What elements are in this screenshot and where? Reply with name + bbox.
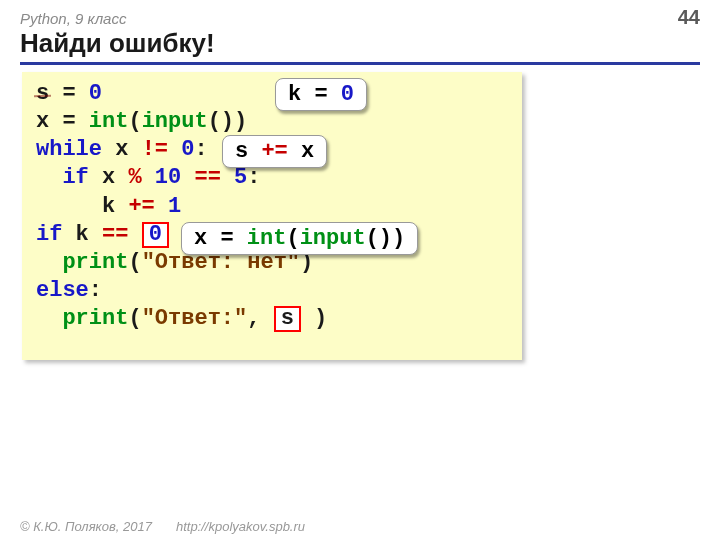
highlight-zero: 0 <box>142 222 169 248</box>
code-block: s = 0 x = int(input()) while x != 0: if … <box>22 72 522 360</box>
slide: Python, 9 класс 44 Найди ошибку! s = 0 x… <box>0 0 720 540</box>
code-line-5: k += 1 <box>36 193 508 221</box>
copyright: © К.Ю. Поляков, 2017 <box>20 519 152 534</box>
code-line-9: print("Ответ:", s ) <box>36 305 508 333</box>
code-line-4: if x % 10 == 5: <box>36 164 508 192</box>
highlight-s: s <box>274 306 301 332</box>
code-line-1: s = 0 <box>36 80 508 108</box>
header: Python, 9 класс 44 <box>20 6 700 29</box>
course-label: Python, 9 класс <box>20 10 126 27</box>
page-number: 44 <box>678 6 700 29</box>
answer-x-input: x = int(input()) <box>181 222 418 255</box>
code-line-8: else: <box>36 277 508 305</box>
slide-title: Найди ошибку! <box>20 28 700 65</box>
footer: © К.Ю. Поляков, 2017 http://kpolyakov.sp… <box>20 519 305 534</box>
answer-s-plus-x: s += x <box>222 135 327 168</box>
answer-k-equals-0: k = 0 <box>275 78 367 111</box>
footer-url: http://kpolyakov.spb.ru <box>176 519 305 534</box>
code-line-2: x = int(input()) <box>36 108 508 136</box>
